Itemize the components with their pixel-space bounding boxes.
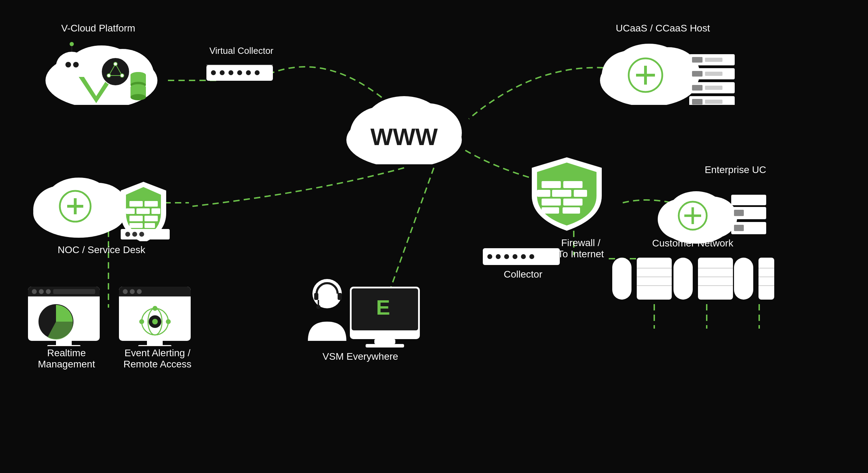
- svg-point-16: [73, 62, 79, 67]
- svg-point-89: [139, 232, 144, 237]
- svg-rect-169: [374, 339, 395, 344]
- svg-rect-122: [637, 258, 672, 300]
- svg-rect-80: [136, 208, 150, 214]
- svg-rect-82: [129, 216, 143, 221]
- virtual-collector-node: Virtual Collector: [206, 45, 276, 86]
- ucaas-label: UCaaS / CCaaS Host: [616, 23, 710, 34]
- svg-rect-59: [692, 57, 703, 63]
- ucaas-node: [595, 35, 735, 106]
- svg-rect-110: [734, 210, 744, 216]
- svg-rect-62: [692, 71, 703, 77]
- svg-point-37: [130, 84, 146, 91]
- svg-rect-85: [144, 223, 155, 228]
- svg-point-42: [237, 70, 242, 75]
- svg-point-39: [211, 70, 216, 75]
- svg-rect-113: [731, 195, 766, 205]
- svg-rect-69: [705, 100, 722, 104]
- svg-point-140: [39, 289, 44, 294]
- svg-rect-162: [314, 293, 318, 300]
- svg-rect-91: [563, 181, 583, 188]
- svg-point-139: [32, 289, 37, 294]
- svg-point-156: [153, 306, 157, 311]
- svg-rect-65: [692, 85, 703, 91]
- svg-rect-66: [705, 86, 722, 90]
- svg-point-158: [139, 319, 144, 324]
- svg-point-29: [107, 74, 110, 77]
- svg-point-28: [121, 74, 124, 77]
- svg-point-87: [125, 232, 130, 237]
- svg-point-40: [220, 70, 225, 75]
- svg-point-44: [255, 70, 260, 75]
- svg-point-33: [130, 72, 146, 78]
- svg-rect-148: [119, 292, 191, 296]
- svg-point-151: [137, 289, 142, 294]
- svg-point-149: [123, 289, 128, 294]
- svg-rect-90: [542, 181, 561, 188]
- svg-point-41: [228, 70, 233, 75]
- noc-node: NOC / Service Desk: [28, 164, 175, 256]
- svg-rect-145: [47, 345, 80, 346]
- svg-rect-95: [542, 199, 561, 206]
- svg-text:WWW: WWW: [371, 123, 438, 150]
- customer-network-node: Customer Network: [609, 238, 777, 350]
- svg-rect-68: [692, 99, 703, 105]
- realtime-mgmt-label: RealtimeManagement: [28, 347, 105, 370]
- svg-rect-132: [758, 258, 774, 300]
- event-alerting-node: Event Alerting /Remote Access: [119, 287, 196, 370]
- svg-point-115: [487, 254, 492, 259]
- svg-rect-83: [144, 216, 158, 221]
- svg-rect-131: [734, 258, 753, 300]
- svg-point-157: [166, 319, 171, 324]
- collector-label: Collector: [483, 269, 563, 280]
- svg-rect-96: [563, 199, 583, 206]
- svg-rect-126: [673, 258, 693, 300]
- svg-rect-163: [338, 293, 342, 300]
- customer-network-label: Customer Network: [609, 238, 777, 249]
- svg-rect-78: [144, 201, 158, 207]
- svg-rect-112: [734, 225, 744, 231]
- collector-node: Collector: [483, 245, 563, 280]
- svg-point-141: [46, 289, 51, 294]
- svg-rect-142: [53, 289, 95, 294]
- vsm-everywhere-node: E VSM Everywhere: [297, 273, 423, 362]
- vcloud-node: [35, 35, 168, 106]
- svg-rect-79: [126, 208, 135, 214]
- svg-text:E: E: [376, 296, 390, 319]
- svg-rect-63: [705, 72, 722, 76]
- www-node: WWW: [339, 84, 469, 166]
- svg-point-120: [529, 254, 534, 259]
- svg-rect-159: [147, 341, 163, 345]
- event-alerting-label: Event Alerting /Remote Access: [119, 347, 196, 370]
- svg-point-118: [513, 254, 517, 259]
- svg-rect-144: [56, 341, 72, 345]
- diagram: V-Cloud Platform: [0, 0, 868, 473]
- svg-point-153: [152, 319, 158, 324]
- svg-point-88: [132, 232, 137, 237]
- svg-rect-94: [574, 190, 587, 197]
- svg-rect-97: [542, 207, 559, 214]
- svg-point-119: [521, 254, 526, 259]
- svg-point-150: [130, 289, 135, 294]
- svg-point-116: [496, 254, 501, 259]
- noc-label: NOC / Service Desk: [28, 244, 175, 256]
- svg-rect-84: [129, 223, 143, 228]
- svg-rect-93: [552, 190, 571, 197]
- svg-rect-160: [138, 345, 171, 346]
- vsm-everywhere-label: VSM Everywhere: [297, 351, 423, 362]
- svg-point-43: [246, 70, 251, 75]
- svg-point-117: [504, 254, 509, 259]
- vcloud-label: V-Cloud Platform: [61, 23, 135, 34]
- realtime-mgmt-node: RealtimeManagement: [28, 287, 105, 370]
- enterprise-uc-node: Enterprise UC: [658, 164, 770, 249]
- svg-point-165: [316, 305, 320, 309]
- svg-point-27: [114, 63, 117, 65]
- enterprise-uc-label: Enterprise UC: [658, 164, 766, 175]
- svg-rect-121: [612, 258, 631, 300]
- svg-point-18: [70, 42, 74, 46]
- svg-rect-60: [705, 58, 722, 62]
- svg-point-15: [65, 62, 71, 67]
- svg-rect-14: [62, 70, 81, 84]
- svg-rect-170: [366, 344, 404, 347]
- svg-rect-98: [563, 207, 580, 214]
- virtual-collector-label: Virtual Collector: [206, 45, 276, 56]
